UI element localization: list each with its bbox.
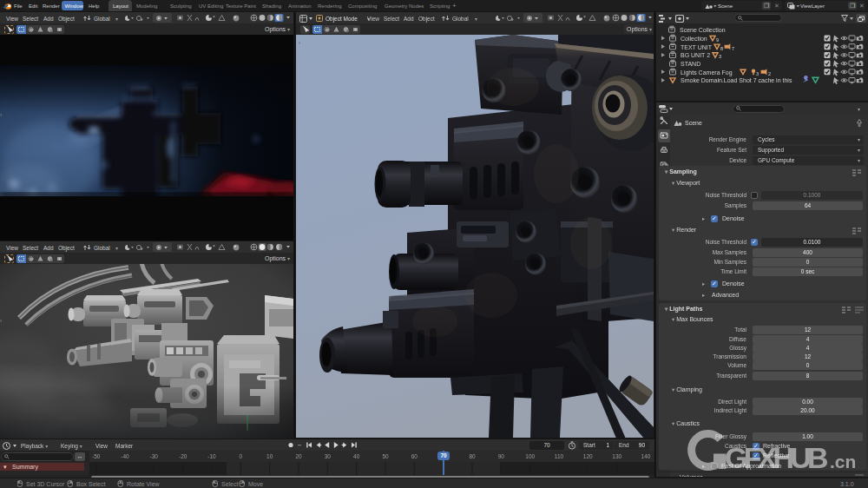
svg-text:7: 7 <box>732 46 734 51</box>
svg-text:BG UNIT 2: BG UNIT 2 <box>681 52 710 58</box>
svg-text:Set 3D Cursor: Set 3D Cursor <box>26 481 65 487</box>
svg-text:-40: -40 <box>121 453 129 459</box>
svg-text:Rotate View: Rotate View <box>127 481 161 487</box>
svg-text:Move: Move <box>248 481 263 487</box>
svg-text:Collection: Collection <box>681 36 707 42</box>
svg-text:8: 8 <box>720 46 723 51</box>
svg-text:80: 80 <box>469 453 476 459</box>
svg-text:60: 60 <box>411 453 418 459</box>
svg-text:110: 110 <box>555 453 564 459</box>
svg-text:130: 130 <box>612 453 621 459</box>
svg-text:3: 3 <box>756 71 759 76</box>
svg-text:120: 120 <box>583 453 593 459</box>
svg-text:9: 9 <box>716 37 719 43</box>
svg-text:100: 100 <box>525 453 535 459</box>
svg-text:90: 90 <box>498 453 505 459</box>
svg-text:10: 10 <box>266 453 273 459</box>
svg-text:Select: Select <box>221 481 239 487</box>
svg-text:TEXT UNIT: TEXT UNIT <box>681 44 713 50</box>
svg-text:Smoke Domain.Load Shot 7 cache: Smoke Domain.Load Shot 7 cache in this <box>681 77 792 83</box>
svg-text:50: 50 <box>382 453 389 459</box>
svg-text:30: 30 <box>325 453 332 459</box>
svg-text:-50: -50 <box>92 453 101 459</box>
svg-text:Scene Collection: Scene Collection <box>680 27 726 33</box>
svg-text:-10: -10 <box>207 453 216 459</box>
svg-text:Box Select: Box Select <box>76 481 106 487</box>
svg-text:40: 40 <box>353 453 360 459</box>
svg-text:2: 2 <box>768 71 771 76</box>
svg-text:140: 140 <box>641 453 651 459</box>
svg-text:Lights Camera Fog: Lights Camera Fog <box>681 69 733 76</box>
svg-text:0: 0 <box>239 453 242 459</box>
svg-text:3: 3 <box>719 54 721 59</box>
svg-text:20: 20 <box>295 453 302 459</box>
svg-text:STAND: STAND <box>681 61 700 67</box>
svg-text:-30: -30 <box>150 453 159 459</box>
svg-text:-20: -20 <box>179 453 187 459</box>
